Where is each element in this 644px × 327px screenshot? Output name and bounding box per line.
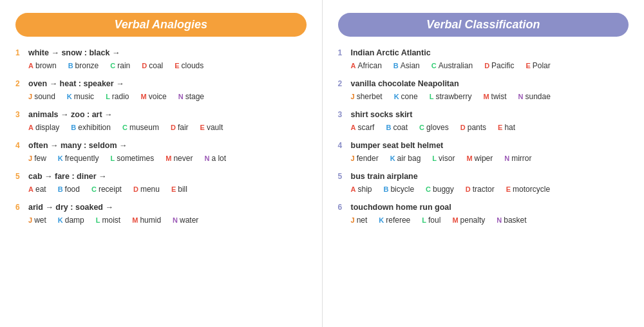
question-number: 6 (15, 203, 26, 212)
question-number: 1 (338, 48, 348, 57)
answer-text: twist (491, 92, 507, 101)
answers-row: AeatBfoodCreceiptDmenuEbill (28, 183, 307, 194)
answer-item: Mhumid (132, 216, 161, 225)
question-row: 6touchdown home run goal (338, 203, 629, 212)
answer-letter: K (394, 93, 399, 100)
answer-text: sometimes (117, 154, 154, 163)
answer-letter: B (383, 185, 388, 193)
answers-row: AdisplayBexhibitionCmuseumDfairEvault (28, 122, 307, 132)
answer-item: Kreferee (379, 216, 410, 225)
answer-letter: N (504, 154, 509, 162)
answer-text: display (35, 123, 59, 132)
answer-letter: E (175, 62, 179, 70)
question-number: 5 (338, 172, 348, 181)
question-block: 6touchdown home run goalJnetKrefereeLfou… (338, 203, 629, 225)
answer-letter: B (386, 124, 391, 131)
answer-item: Lvisor (432, 154, 455, 163)
answer-text: humid (140, 216, 161, 225)
answer-text: Australian (439, 61, 473, 70)
question-text: arid → dry : soaked → (28, 203, 113, 212)
question-row: 2vanilla chocolate Neapolitan (338, 79, 629, 88)
answer-text: clouds (182, 61, 204, 70)
answer-item: Kmusic (67, 92, 94, 101)
answer-item: Lradio (106, 92, 129, 101)
answer-letter: L (96, 216, 100, 224)
answers-row: JsherbetKconeLstrawberryMtwistNsundae (351, 91, 629, 101)
question-keywords: touchdown home run goal (351, 203, 451, 212)
answer-letter: B (393, 62, 399, 70)
answer-item: Kair bag (390, 154, 421, 163)
answer-item: Cgloves (419, 123, 449, 132)
question-row: 5bus train airplane (338, 172, 629, 181)
answer-letter: E (506, 185, 511, 193)
answers-row: JwetKdampLmoistMhumidNwater (28, 214, 307, 225)
answer-text: ship (357, 185, 372, 194)
answer-text: bicycle (390, 185, 414, 194)
answer-text: visor (439, 154, 455, 163)
answer-letter: N (178, 93, 184, 100)
answer-item: Mtwist (483, 92, 506, 101)
answer-letter: J (28, 216, 32, 224)
answer-letter: K (67, 93, 72, 100)
answer-text: sundae (526, 92, 551, 101)
answer-item: Aship (351, 185, 372, 194)
answer-item: Jsherbet (351, 92, 383, 101)
answer-text: Pacific (491, 61, 514, 70)
answer-item: Nsundae (518, 92, 551, 101)
answer-item: AAfrican (351, 61, 382, 70)
answer-letter: D (484, 62, 489, 70)
answer-letter: K (58, 154, 63, 162)
answer-text: African (357, 61, 381, 70)
answer-item: Cmuseum (122, 123, 159, 132)
answer-item: Dtractor (466, 185, 495, 194)
answers-row: JfewKfrequentlyLsometimesMneverNa lot (28, 153, 307, 163)
right-panel-title: Verbal Classification (338, 18, 629, 32)
question-row: 3shirt socks skirt (338, 110, 629, 119)
answer-letter: L (430, 93, 434, 100)
answer-item: Lstrawberry (430, 92, 472, 101)
answer-letter: J (351, 93, 355, 100)
answer-item: Evault (200, 123, 223, 132)
answer-letter: D (466, 185, 471, 193)
answer-letter: L (106, 93, 110, 100)
question-keywords: bumper seat belt helmet (351, 141, 444, 150)
answer-letter: N (173, 216, 178, 224)
answer-item: Nmirror (504, 154, 531, 163)
answer-letter: N (518, 93, 524, 100)
answer-letter: J (351, 154, 355, 162)
question-block: 6arid → dry : soaked →JwetKdampLmoistMhu… (15, 203, 307, 225)
question-row: 1white → snow : black → (15, 48, 307, 57)
left-questions-container: 1white → snow : black →AbrownBbronzeCrai… (15, 48, 307, 225)
answers-row: JsoundKmusicLradioMvoiceNstage (28, 91, 307, 101)
answer-letter: C (419, 124, 424, 131)
answer-item: CAustralian (431, 61, 473, 70)
answer-item: Nwater (173, 216, 198, 225)
answers-row: JnetKrefereeLfoulMpenaltyNbasket (351, 214, 629, 225)
answer-item: Dfair (171, 123, 189, 132)
answer-letter: N (204, 154, 209, 162)
answer-text: Asian (401, 61, 420, 70)
answer-letter: A (28, 185, 33, 193)
answer-text: water (180, 216, 198, 225)
answer-item: Dcoal (142, 61, 163, 70)
answer-letter: D (460, 124, 466, 131)
question-number: 3 (338, 110, 348, 119)
answer-item: Mvoice (141, 92, 167, 101)
answer-letter: C (122, 124, 128, 131)
answer-letter: D (142, 62, 147, 70)
answer-text: food (65, 185, 80, 194)
question-block: 1white → snow : black →AbrownBbronzeCrai… (15, 48, 307, 70)
answer-letter: K (390, 154, 395, 162)
answer-item: Abrown (28, 61, 57, 70)
right-questions-container: 1Indian Arctic AtlanticAAfricanBAsianCAu… (338, 48, 629, 225)
left-panel-title: Verbal Analogies (15, 18, 307, 32)
answer-letter: L (110, 154, 115, 162)
question-block: 4bumper seat belt helmetJfenderKair bagL… (338, 141, 629, 163)
answer-text: coat (393, 123, 408, 132)
question-row: 2oven → heat : speaker → (15, 79, 307, 88)
answer-letter: E (498, 124, 502, 131)
question-block: 4often → many : seldom →JfewKfrequentlyL… (15, 141, 307, 163)
answer-item: Nbasket (497, 216, 526, 225)
answers-row: JfenderKair bagLvisorMwiperNmirror (351, 153, 629, 163)
answer-text: menu (140, 185, 160, 194)
